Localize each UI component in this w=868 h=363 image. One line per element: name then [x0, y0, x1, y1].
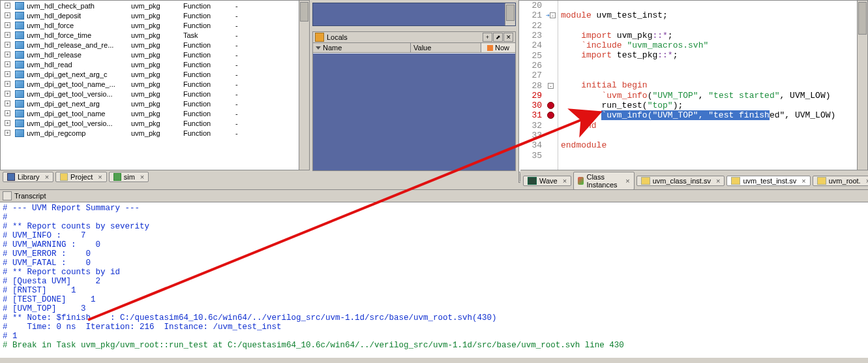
library-row[interactable]: +uvm_dpi_get_tool_versio... uvm_pkg Func… [1, 118, 309, 128]
library-row[interactable]: +uvm_dpi_get_tool_versio... uvm_pkg Func… [1, 89, 309, 99]
library-row[interactable]: +uvm_hdl_deposit uvm_pkg Function - [1, 10, 309, 20]
locals-add-button[interactable]: + [483, 33, 492, 42]
transcript-body[interactable]: # --- UVM Report Summary ---## ** Report… [0, 202, 868, 358]
library-row[interactable]: +uvm_dpi_get_tool_name_... uvm_pkg Funct… [1, 79, 309, 89]
gutter-margin[interactable] [544, 101, 558, 110]
code-line[interactable]: `uvm_info("UVM_TOP", "test finished", UV… [561, 110, 867, 120]
library-row[interactable]: +uvm_hdl_check_path uvm_pkg Function - [1, 1, 309, 10]
expand-icon[interactable]: + [5, 120, 10, 126]
gutter-margin[interactable] [544, 140, 558, 150]
expand-icon[interactable]: + [5, 32, 10, 38]
code-line[interactable]: run_test("top"); [561, 101, 867, 110]
gutter-margin[interactable] [544, 1, 558, 10]
tab-uvm-class-inst-sv[interactable]: uvm_class_inst.sv× [636, 176, 725, 186]
fold-icon[interactable]: - [548, 83, 554, 89]
code-line[interactable] [561, 1, 867, 10]
fold-icon[interactable]: - [550, 12, 556, 18]
close-icon[interactable]: × [98, 173, 102, 181]
item-type: Function [183, 41, 235, 49]
gutter-margin[interactable] [544, 21, 558, 31]
gutter-margin[interactable]: ➔- [544, 10, 558, 20]
locals-body[interactable] [313, 53, 515, 170]
code-line[interactable]: import test_pkg::*; [561, 50, 867, 60]
tab-library[interactable]: Library× [3, 172, 53, 182]
code-line[interactable] [561, 21, 867, 31]
gutter-margin[interactable] [544, 131, 558, 140]
sort-icon[interactable] [316, 46, 321, 50]
gutter-margin[interactable] [544, 71, 558, 80]
locals-close-button[interactable]: ✕ [503, 33, 513, 42]
transcript-line: # UVM_ERROR : 0 [3, 249, 865, 259]
gutter-margin[interactable] [544, 50, 558, 60]
tab-sim[interactable]: sim× [109, 172, 149, 182]
tab-uvm-test-inst-sv[interactable]: uvm_test_inst.sv× [726, 176, 810, 186]
gutter-margin[interactable] [544, 61, 558, 71]
code-line[interactable]: endmodule [561, 140, 867, 150]
expand-icon[interactable]: + [5, 22, 10, 28]
breakpoint-icon[interactable] [547, 102, 554, 109]
gutter-margin[interactable] [544, 150, 558, 160]
code-line[interactable]: end [561, 121, 867, 131]
expand-icon[interactable]: + [5, 91, 10, 97]
expand-icon[interactable]: + [5, 81, 10, 87]
locals-col-name[interactable]: Name [323, 44, 342, 52]
expand-icon[interactable]: + [5, 61, 10, 67]
close-icon[interactable]: × [45, 173, 49, 181]
close-icon[interactable]: × [140, 173, 144, 181]
library-row[interactable]: +uvm_hdl_release_and_re... uvm_pkg Funct… [1, 40, 309, 50]
expand-icon[interactable]: + [5, 110, 10, 116]
library-scrollbar-v[interactable] [299, 1, 309, 172]
library-row[interactable]: +uvm_dpi_get_next_arg_c uvm_pkg Function… [1, 69, 309, 79]
close-icon[interactable]: × [625, 177, 629, 185]
close-icon[interactable]: × [716, 177, 720, 185]
locals-now-button[interactable]: Now [481, 43, 515, 52]
tab-project[interactable]: Project× [55, 172, 107, 182]
code-line[interactable]: `include "uvm_macros.svh" [561, 40, 867, 50]
tab-wave[interactable]: Wave× [523, 176, 571, 186]
code-line[interactable] [561, 71, 867, 80]
code-line[interactable] [561, 131, 867, 140]
middle-panel: Locals + ⬈ ✕ Name Value Now [310, 0, 518, 183]
line-number: 31 [519, 110, 544, 120]
breakpoint-icon[interactable] [547, 112, 554, 119]
library-row[interactable]: +uvm_hdl_force uvm_pkg Function - [1, 20, 309, 30]
upper-scrollbar[interactable] [505, 3, 515, 25]
code-line[interactable] [561, 150, 867, 160]
code-line[interactable] [561, 61, 867, 71]
tab-uvm-root-[interactable]: uvm_root.× [813, 176, 868, 186]
line-number: 21 [519, 10, 544, 20]
library-row[interactable]: +uvm_hdl_force_time uvm_pkg Task - [1, 30, 309, 40]
library-row[interactable]: +uvm_dpi_get_tool_name uvm_pkg Function … [1, 108, 309, 118]
gutter-margin[interactable] [544, 40, 558, 50]
code-line[interactable]: import uvm_pkg::*; [561, 31, 867, 40]
library-row[interactable]: +uvm_dpi_regcomp uvm_pkg Function - [1, 128, 309, 138]
gutter-margin[interactable] [544, 121, 558, 131]
code-line[interactable]: module uvm_test_inst; [561, 10, 867, 20]
expand-icon[interactable]: + [5, 52, 10, 57]
gutter-margin[interactable] [544, 110, 558, 120]
close-icon[interactable]: × [801, 177, 805, 185]
gutter-margin[interactable] [544, 31, 558, 40]
expand-icon[interactable]: + [5, 130, 10, 136]
expand-icon[interactable]: + [5, 71, 10, 77]
expand-icon[interactable]: + [5, 101, 10, 106]
library-row[interactable]: +uvm_hdl_release uvm_pkg Function - [1, 50, 309, 59]
gutter-margin[interactable] [544, 91, 558, 101]
expand-icon[interactable]: + [5, 3, 10, 8]
library-table[interactable]: +uvm_hdl_check_path uvm_pkg Function - +… [1, 1, 309, 172]
close-icon[interactable]: × [563, 177, 567, 185]
item-name: uvm_dpi_get_next_arg [27, 100, 100, 108]
locals-undock-button[interactable]: ⬈ [493, 33, 503, 42]
expand-icon[interactable]: + [5, 42, 10, 48]
gutter-margin[interactable]: - [544, 80, 558, 90]
locals-col-value[interactable]: Value [411, 43, 481, 52]
library-row[interactable]: +uvm_hdl_read uvm_pkg Function - [1, 59, 309, 69]
editor-scrollbar-v[interactable] [857, 1, 867, 172]
tab-class-instances[interactable]: Class Instances× [573, 172, 635, 190]
library-row[interactable]: +uvm_dpi_get_next_arg uvm_pkg Function - [1, 99, 309, 108]
code-line[interactable]: initial begin [561, 80, 867, 90]
transcript-line: # [RNTST] 1 [3, 286, 865, 295]
code-editor[interactable]: 20212223242526272829303132333435 ➔-- mod… [519, 1, 867, 172]
code-line[interactable]: `uvm_info("UVM_TOP", "test started", UVM… [561, 91, 867, 101]
expand-icon[interactable]: + [5, 12, 10, 18]
